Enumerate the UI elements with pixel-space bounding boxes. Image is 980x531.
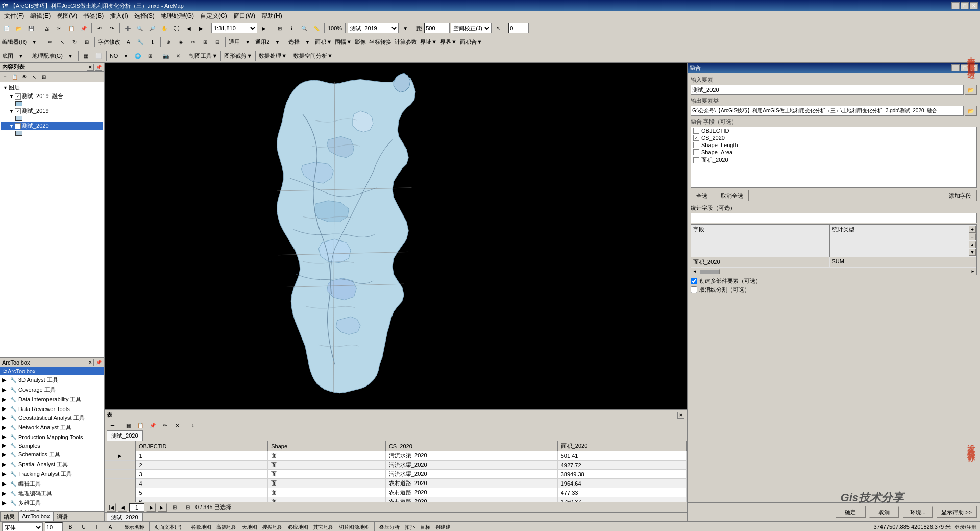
toc-ref-btn[interactable]: ⊞ — [39, 73, 48, 81]
toc-sel-btn[interactable]: ↖ — [30, 73, 39, 81]
full-extent-btn[interactable]: ⛶ — [171, 22, 182, 34]
toc-root-layers[interactable]: ▼ 图层 — [1, 83, 103, 92]
table-layer-tab[interactable]: 测试_2020 — [107, 430, 143, 441]
login-btn[interactable]: 登录/注册 — [953, 522, 978, 532]
font-select[interactable]: 宋体 — [2, 522, 43, 532]
nav-sel-btn[interactable]: ⊞ — [169, 502, 180, 513]
split-btn[interactable]: ⊟ — [212, 36, 223, 47]
unsplit-lines-label[interactable]: 取消线分割（可选） — [691, 286, 977, 294]
dissolve-fields-list[interactable]: OBJECTIDCS_2020Shape_LengthShape_Area面积_… — [691, 127, 977, 188]
angle-input[interactable] — [508, 23, 529, 33]
nav-last-btn[interactable]: ▶| — [158, 503, 167, 512]
output-features-browse-btn[interactable]: 📂 — [965, 106, 977, 116]
layer2-checkbox[interactable]: ✓ — [15, 108, 21, 114]
snap-btn[interactable]: ⊕ — [163, 36, 174, 47]
window-controls[interactable]: ─ □ ✕ — [951, 2, 978, 9]
target-btn[interactable]: 目标 — [419, 522, 432, 532]
tool-editing[interactable]: ▶ 🔧 编辑工具 — [0, 479, 104, 489]
col-objectid[interactable]: OBJECTID — [136, 441, 268, 451]
select-dropdown[interactable]: ▼ — [302, 36, 313, 47]
fields-list-item[interactable]: OBJECTID — [691, 127, 976, 134]
show-name-btn[interactable]: 显示名称 — [122, 522, 146, 532]
map-canvas[interactable] — [105, 63, 687, 409]
tool-arctools[interactable]: 🗂 ArcToolbox — [0, 367, 104, 375]
table-row[interactable]: 2面污流水渠_20204927.72 — [105, 461, 687, 470]
table-header-controls[interactable]: ✕ — [677, 412, 684, 419]
field-checkbox[interactable] — [693, 149, 699, 155]
output-features-input[interactable] — [691, 106, 964, 116]
rotate-btn[interactable]: ↻ — [69, 36, 80, 47]
nav-first-btn[interactable]: |◀ — [107, 503, 116, 512]
tile-btn[interactable]: 切片图源地图 — [337, 522, 371, 532]
cancel-button[interactable]: 取消 — [869, 506, 899, 518]
gaode-btn[interactable]: 高德地图 — [215, 522, 238, 532]
layer-btn[interactable]: ▼ — [400, 22, 411, 34]
dialog-max-btn[interactable]: □ — [961, 64, 969, 71]
input-features-input[interactable] — [691, 85, 964, 95]
general2-btn[interactable]: ▼ — [272, 36, 283, 47]
tab-arctools[interactable]: ArcToolbox — [18, 512, 53, 521]
table-options-btn[interactable]: ☰ — [107, 420, 118, 431]
stats-remove-btn[interactable]: − — [969, 233, 976, 240]
tool-datainterop[interactable]: ▶ 🔧 Data Interoperability 工具 — [0, 395, 104, 404]
dialog-close-btn[interactable]: ✕ — [970, 64, 978, 71]
toc-source-btn[interactable]: 📋 — [10, 73, 19, 81]
select-all-btn[interactable]: 全选 — [691, 190, 713, 201]
undo-btn[interactable]: ↶ — [94, 22, 105, 34]
fields-list-item[interactable]: CS_2020 — [691, 134, 976, 141]
tool-production[interactable]: ▶ 🔧 Production Mapping Tools — [0, 432, 104, 441]
nav-prev-btn[interactable]: ◀ — [118, 503, 127, 512]
tool-multidim[interactable]: ▶ 🔧 多维工具 — [0, 498, 104, 508]
toc-close-btn[interactable]: ✕ — [87, 64, 94, 71]
toc-list-btn[interactable]: ≡ — [1, 73, 10, 81]
zoom-in-btn[interactable]: 🔍 — [134, 22, 145, 34]
arctools-close-btn[interactable]: ✕ — [87, 359, 94, 366]
prev-extent-btn[interactable]: ◀ — [183, 22, 194, 34]
table-row[interactable]: 3面污流水渠_202038949.38 — [105, 470, 687, 479]
arctools-header-controls[interactable]: ✕ 📌 — [87, 359, 102, 366]
pan-btn[interactable]: ✋ — [159, 22, 170, 34]
italic-btn[interactable]: I — [91, 522, 103, 532]
menu-geoprocessing[interactable]: 地理处理(G) — [158, 12, 197, 20]
measure-btn[interactable]: 📏 — [311, 22, 322, 34]
frame-btn[interactable]: ⬜ — [93, 50, 104, 61]
scroll-right-btn[interactable]: ► — [969, 268, 976, 275]
save-btn[interactable]: 💾 — [26, 22, 37, 34]
pencil-btn[interactable]: ✏ — [44, 36, 56, 47]
table-paste-btn[interactable]: 📌 — [147, 420, 158, 431]
cut-btn[interactable]: ✂ — [54, 22, 65, 34]
topo-btn[interactable]: 拓扑 — [403, 522, 416, 532]
menu-view[interactable]: 视图(V) — [54, 12, 80, 20]
page-input[interactable] — [129, 503, 144, 512]
layer3-checkbox[interactable] — [15, 123, 21, 129]
table-row[interactable]: ►1面污流水渠_2020501.41 — [105, 451, 687, 461]
scroll-left-btn[interactable]: ◄ — [691, 268, 698, 275]
menu-customize[interactable]: 自定义(C) — [197, 12, 230, 20]
stats-hscroll[interactable]: ◄ ► — [691, 268, 976, 275]
clear-all-btn[interactable]: 取消全选 — [715, 190, 749, 201]
show-help-button[interactable]: 显示帮助 >> — [936, 506, 977, 518]
stats-add-btn[interactable]: + — [969, 226, 976, 233]
other-btn[interactable]: 其它地图 — [312, 522, 335, 532]
copy-btn[interactable]: 📋 — [66, 22, 77, 34]
no-btn[interactable]: ▼ — [120, 50, 131, 61]
baidu-btn[interactable]: 谷歌地图 — [189, 522, 213, 532]
tab-result[interactable]: 结果 — [0, 512, 18, 521]
stats-down-btn[interactable]: ▼ — [969, 249, 976, 256]
toc-pin-btn[interactable]: 📌 — [95, 64, 102, 71]
fields-list-item[interactable]: Shape_Length — [691, 141, 976, 149]
esri-btn[interactable]: 必应地图 — [286, 522, 310, 532]
delete-btn[interactable]: ✕ — [173, 50, 184, 61]
table-close-btn[interactable]: ✕ — [677, 412, 684, 419]
layers3d-btn[interactable]: ⊞ — [144, 50, 156, 61]
menu-file[interactable]: 文件(F) — [1, 12, 27, 20]
stats-input[interactable] — [691, 213, 977, 223]
tab-search[interactable]: 词语 — [53, 512, 71, 521]
color-btn[interactable]: A — [105, 522, 116, 532]
page-text-btn[interactable]: 页面文本(P) — [153, 522, 183, 532]
table-sort-btn[interactable]: ↕ — [187, 420, 199, 431]
menu-insert[interactable]: 插入(I) — [107, 12, 131, 20]
fields-list-item[interactable]: Shape_Area — [691, 149, 976, 156]
add-data-btn[interactable]: ➕ — [122, 22, 133, 34]
col-shape[interactable]: Shape — [268, 441, 386, 451]
